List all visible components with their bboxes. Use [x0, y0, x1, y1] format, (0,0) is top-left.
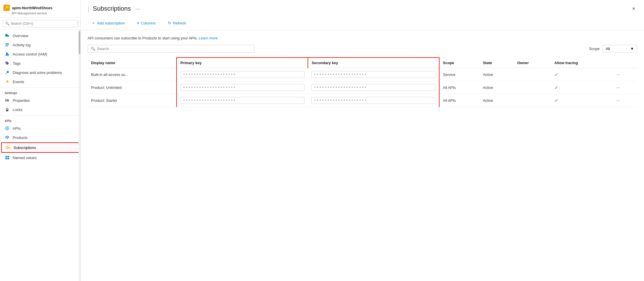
main-header: | Subscriptions ··· × ＋ Add subscription…: [81, 0, 644, 30]
row1-more-button[interactable]: ···: [615, 72, 621, 77]
table-header: Display name Primary key Secondary key S…: [88, 58, 637, 68]
main-title-row: | Subscriptions ··· ×: [88, 5, 637, 16]
scope-value: All: [606, 47, 610, 51]
app-title: apim-NorthWindShoes: [12, 6, 52, 10]
add-subscription-label: Add subscription: [97, 21, 125, 25]
svg-rect-7: [7, 99, 8, 102]
columns-button[interactable]: ≡ Columns: [133, 19, 159, 27]
row1-secondary-key-input[interactable]: ••••••••••••••••••••: [311, 71, 435, 78]
svg-rect-8: [8, 99, 9, 102]
svg-point-11: [6, 146, 8, 149]
col-state: State: [480, 58, 514, 68]
check-icon: ✓: [554, 85, 558, 90]
sidebar-item-access-control[interactable]: Access control (IAM): [0, 49, 80, 59]
main-title-left: | Subscriptions ···: [88, 5, 140, 13]
row2-allow-tracing: ✓: [551, 81, 612, 94]
row1-secondary-key: ••••••••••••••••••••: [308, 68, 439, 81]
add-subscription-button[interactable]: ＋ Add subscription: [88, 18, 128, 28]
sidebar-item-overview[interactable]: Overview: [0, 31, 80, 40]
refresh-icon: ↻: [168, 21, 171, 25]
title-divider: |: [88, 5, 89, 13]
plus-icon: ＋: [91, 20, 95, 26]
row1-primary-key-input[interactable]: ••••••••••••••••••••: [180, 71, 304, 78]
more-options-icon[interactable]: ···: [135, 5, 140, 12]
row2-display-name: Product: Unlimited: [88, 81, 177, 94]
sidebar-item-subscriptions-label: Subscriptions: [14, 146, 36, 150]
wrench-icon: [5, 70, 10, 75]
refresh-button[interactable]: ↻ Refresh: [164, 19, 190, 27]
row2-secondary-key-input[interactable]: ••••••••••••••••••••: [311, 84, 435, 91]
chevron-down-icon: ▼: [630, 47, 634, 51]
col-scope: Scope: [439, 58, 480, 68]
sidebar-search-input[interactable]: [3, 20, 77, 27]
sidebar-item-locks[interactable]: Locks: [0, 105, 80, 114]
app-title-row: 🔑 apim-NorthWindShoes: [3, 5, 77, 11]
row2-more-button[interactable]: ···: [615, 85, 621, 90]
settings-section-label: Settings: [0, 87, 80, 96]
search-box-icon: 🔍: [91, 47, 95, 51]
sidebar-item-subscriptions-wrapper: Subscriptions: [1, 142, 79, 153]
row3-secondary-key-input[interactable]: ••••••••••••••••••••: [311, 97, 435, 104]
toolbar: ＋ Add subscription ≡ Columns ↻ Refresh: [88, 16, 637, 30]
row3-allow-tracing: ✓: [551, 94, 612, 107]
sidebar-item-properties-label: Properties: [13, 98, 30, 103]
sidebar-header: 🔑 apim-NorthWindShoes API Management ser…: [0, 0, 80, 18]
sidebar-search-icon: 🔍: [5, 22, 10, 26]
bolt-icon: [5, 79, 10, 84]
sidebar: 🔑 apim-NorthWindShoes API Management ser…: [0, 0, 81, 281]
svg-point-3: [6, 52, 8, 54]
row3-primary-key-input[interactable]: ••••••••••••••••••••: [180, 97, 304, 104]
row2-primary-key: ••••••••••••••••••••: [177, 81, 308, 94]
col-actions: [612, 58, 637, 68]
svg-rect-9: [6, 110, 8, 111]
row2-secondary-key: ••••••••••••••••••••: [308, 81, 439, 94]
sidebar-item-products[interactable]: Products: [0, 133, 80, 142]
search-input[interactable]: [97, 47, 251, 51]
sidebar-item-properties[interactable]: Properties: [0, 96, 80, 105]
sidebar-collapse-button[interactable]: «: [77, 20, 81, 27]
tag-icon: [5, 61, 10, 66]
grid-icon: [5, 155, 10, 160]
row1-primary-key: ••••••••••••••••••••: [177, 68, 308, 81]
sidebar-item-apis-label: APIs: [13, 126, 20, 131]
sidebar-item-subscriptions[interactable]: Subscriptions: [2, 143, 79, 152]
sidebar-item-access-control-label: Access control (IAM): [13, 52, 47, 56]
subscriptions-table: Display name Primary key Secondary key S…: [88, 57, 637, 107]
list-icon: [5, 42, 10, 47]
app-icon: 🔑: [3, 5, 10, 11]
row3-more-button[interactable]: ···: [615, 98, 621, 103]
lock-icon: [5, 107, 10, 112]
learn-more-link[interactable]: Learn more: [199, 36, 218, 40]
row3-primary-key: ••••••••••••••••••••: [177, 94, 308, 107]
sidebar-item-activity-log[interactable]: Activity log: [0, 40, 80, 49]
check-icon: ✓: [554, 98, 558, 103]
row2-primary-key-input[interactable]: ••••••••••••••••••••: [180, 84, 304, 91]
table-body: Built-in all-access su... ••••••••••••••…: [88, 68, 637, 107]
row2-actions: ···: [612, 81, 637, 94]
sidebar-item-diagnose[interactable]: Diagnose and solve problems: [0, 68, 80, 77]
svg-rect-16: [7, 156, 9, 157]
sidebar-item-apis[interactable]: APIs: [0, 124, 80, 133]
col-owner: Owner: [514, 58, 551, 68]
row1-state: Active: [480, 68, 514, 81]
close-button[interactable]: ×: [630, 5, 637, 12]
table-row: Built-in all-access su... ••••••••••••••…: [88, 68, 637, 81]
row3-display-name: Product: Starter: [88, 94, 177, 107]
sidebar-scroll: Overview Activity log Access control (IA…: [0, 30, 80, 281]
sidebar-item-tags[interactable]: Tags: [0, 59, 80, 68]
row1-display-name: Built-in all-access su...: [88, 68, 177, 81]
table-row: Product: Unlimited •••••••••••••••••••• …: [88, 81, 637, 94]
row3-secondary-key: ••••••••••••••••••••: [308, 94, 439, 107]
svg-rect-6: [5, 99, 6, 102]
sidebar-item-activity-log-label: Activity log: [13, 43, 31, 47]
col-primary-key: Primary key: [177, 58, 308, 68]
sidebar-item-events[interactable]: Events: [0, 77, 80, 86]
scope-dropdown[interactable]: All ▼: [603, 45, 637, 53]
row1-owner: [514, 68, 551, 81]
refresh-label: Refresh: [173, 21, 186, 25]
sidebar-item-named-values[interactable]: Named values: [0, 153, 80, 162]
search-box: 🔍: [88, 45, 255, 53]
app-subtitle: API Management service: [3, 12, 77, 15]
col-allow-tracing: Allow tracing: [551, 58, 612, 68]
svg-rect-15: [5, 156, 7, 157]
